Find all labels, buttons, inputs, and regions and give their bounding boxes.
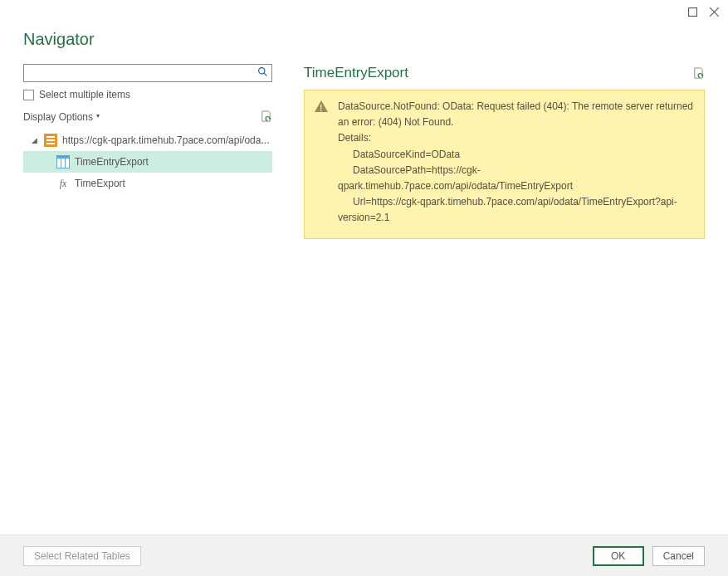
display-options-row: Display Options ▾ xyxy=(23,110,272,123)
data-source-tree: ◢ https://cgk-qpark.timehub.7pace.com/ap… xyxy=(23,129,272,194)
error-path-2: qpark.timehub.7pace.com/api/odata/TimeEn… xyxy=(338,178,694,194)
error-path-1: DataSourcePath=https://cgk- xyxy=(338,163,694,178)
chevron-down-icon: ▾ xyxy=(96,112,100,120)
error-details-label: Details: xyxy=(338,130,694,146)
navigator-panel: Navigator Select multiple items Display … xyxy=(0,23,292,535)
content-area: Navigator Select multiple items Display … xyxy=(0,23,728,535)
svg-line-2 xyxy=(264,73,266,76)
error-url-1: Url=https://cgk-qpark.timehub.7pace.com/… xyxy=(338,194,694,210)
select-related-tables-button[interactable]: Select Related Tables xyxy=(23,546,141,566)
svg-point-1 xyxy=(259,68,265,74)
function-icon: fx xyxy=(56,177,70,190)
error-kind: DataSourceKind=OData xyxy=(338,147,694,163)
table-icon xyxy=(56,155,70,168)
tree-item-timeentryexport[interactable]: TimeEntryExport xyxy=(23,151,272,173)
select-multiple-row[interactable]: Select multiple items xyxy=(23,89,272,100)
preview-refresh-icon[interactable] xyxy=(692,67,705,80)
svg-rect-0 xyxy=(688,7,696,16)
error-body: DataSource.NotFound: OData: Request fail… xyxy=(338,99,694,227)
dialog-footer: Select Related Tables OK Cancel xyxy=(0,535,728,576)
ok-button[interactable]: OK xyxy=(593,546,644,566)
tree-item-label: TimeEntryExport xyxy=(75,156,149,168)
warning-icon xyxy=(315,100,328,112)
error-headline: DataSource.NotFound: OData: Request fail… xyxy=(338,99,694,130)
collapse-icon[interactable]: ◢ xyxy=(32,136,39,144)
odata-source-icon xyxy=(44,134,57,147)
maximize-button[interactable] xyxy=(683,2,701,21)
error-message-box: DataSource.NotFound: OData: Request fail… xyxy=(304,90,705,239)
search-input[interactable] xyxy=(23,64,272,82)
display-options-dropdown[interactable]: Display Options ▾ xyxy=(23,111,100,123)
tree-root-label: https://cgk-qpark.timehub.7pace.com/api/… xyxy=(62,134,269,146)
search-wrap xyxy=(23,64,272,82)
error-url-2: version=2.1 xyxy=(338,210,694,226)
select-multiple-checkbox[interactable] xyxy=(23,90,34,100)
refresh-icon[interactable] xyxy=(260,110,272,123)
tree-root[interactable]: ◢ https://cgk-qpark.timehub.7pace.com/ap… xyxy=(23,129,272,151)
preview-header: TimeEntryExport xyxy=(304,65,705,81)
tree-item-label: TimeExport xyxy=(75,178,125,189)
preview-title: TimeEntryExport xyxy=(304,65,408,81)
titlebar xyxy=(0,0,728,23)
page-title: Navigator xyxy=(23,30,272,49)
search-icon[interactable] xyxy=(257,66,268,80)
display-options-label: Display Options xyxy=(23,111,93,123)
select-multiple-label: Select multiple items xyxy=(39,89,130,100)
preview-panel: TimeEntryExport DataSource.NotFound: ODa… xyxy=(292,23,728,535)
tree-item-timeexport[interactable]: fx TimeExport xyxy=(23,173,272,194)
close-button[interactable] xyxy=(705,2,723,21)
cancel-button[interactable]: Cancel xyxy=(652,546,705,566)
